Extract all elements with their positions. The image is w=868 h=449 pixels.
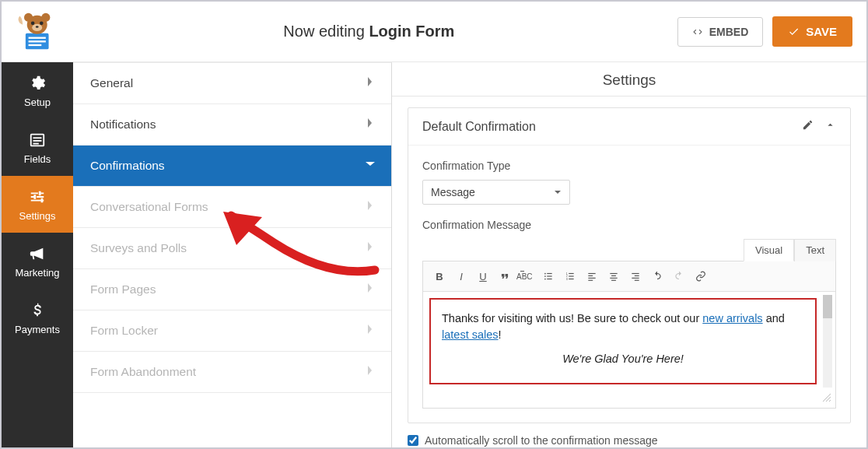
editor-content[interactable]: Thanks for visiting with us! Be sure to … (429, 298, 817, 384)
confirmation-message-label: Confirmation Message (422, 219, 836, 231)
numbered-list-button[interactable]: 123 (560, 266, 580, 286)
strikethrough-button[interactable]: ABC (516, 266, 537, 286)
ul-icon (543, 271, 554, 282)
svg-rect-32 (611, 275, 616, 276)
svg-rect-36 (635, 275, 639, 276)
title-form-name: Login Form (369, 23, 454, 40)
pencil-icon (802, 119, 814, 131)
italic-button[interactable]: I (451, 266, 471, 286)
subpanel-item-general[interactable]: General (73, 63, 391, 104)
align-right-icon (630, 271, 641, 282)
editor-toolbar: B I U ABC 123 (423, 261, 835, 292)
svg-point-8 (31, 21, 35, 25)
autoscroll-checkbox[interactable] (408, 435, 418, 446)
blockquote-button[interactable] (495, 266, 515, 286)
svg-point-9 (40, 21, 44, 25)
svg-rect-2 (29, 40, 46, 42)
editor-scrollbar[interactable] (823, 295, 832, 388)
app-header: Now editing Login Form EMBED SAVE (2, 2, 866, 62)
message-line-2: We're Glad You're Here! (442, 351, 804, 367)
svg-text:3: 3 (566, 278, 568, 281)
undo-button[interactable] (647, 266, 667, 286)
svg-point-5 (24, 12, 33, 21)
chevron-right-icon (366, 118, 374, 132)
subpanel-item-form-locker[interactable]: Form Locker (73, 310, 391, 352)
settings-subpanel: General Notifications Confirmations Conv… (73, 62, 392, 447)
svg-rect-33 (610, 278, 617, 279)
link-latest-sales[interactable]: latest sales (442, 328, 499, 341)
quote-icon (499, 271, 510, 282)
collapse-button[interactable] (824, 119, 836, 134)
sidebar-item-setup[interactable]: Setup (2, 62, 73, 119)
save-button[interactable]: SAVE (772, 16, 852, 47)
svg-rect-29 (588, 278, 595, 279)
sidebar-item-settings[interactable]: Settings (2, 176, 73, 233)
svg-rect-25 (569, 275, 573, 276)
svg-rect-38 (635, 280, 639, 281)
link-new-arrivals[interactable]: new arrivals (702, 312, 762, 324)
chevron-down-icon (366, 159, 374, 173)
svg-rect-27 (588, 273, 595, 274)
chevron-down-icon (554, 188, 562, 196)
subpanel-item-conversational-forms[interactable]: Conversational Forms (73, 187, 391, 228)
edit-button[interactable] (802, 119, 814, 134)
align-center-button[interactable] (604, 266, 624, 286)
align-center-icon (608, 271, 619, 282)
svg-rect-34 (611, 280, 616, 281)
primary-sidebar: Setup Fields Settings Marketing Payments (2, 62, 73, 447)
main-heading: Settings (392, 62, 866, 96)
subpanel-item-form-pages[interactable]: Form Pages (73, 269, 391, 310)
list-icon (29, 132, 46, 149)
chevron-right-icon (366, 282, 374, 296)
svg-rect-20 (547, 279, 551, 279)
resize-icon (823, 394, 831, 402)
resize-handle[interactable] (423, 391, 835, 408)
editor-tabs: Visual Text (422, 239, 836, 261)
tab-text[interactable]: Text (794, 239, 836, 261)
align-right-button[interactable] (625, 266, 646, 286)
svg-rect-24 (569, 273, 573, 274)
subpanel-item-confirmations[interactable]: Confirmations (73, 146, 391, 187)
bullhorn-icon (29, 245, 46, 262)
main-content: Settings Default Confirmation Confirmati… (392, 62, 866, 447)
embed-button[interactable]: EMBED (677, 17, 764, 47)
scrollbar-thumb[interactable] (823, 295, 832, 318)
chevron-right-icon (366, 76, 374, 90)
svg-rect-37 (632, 278, 639, 279)
rich-text-editor: B I U ABC 123 (422, 261, 836, 409)
underline-button[interactable]: U (473, 266, 493, 286)
sliders-icon (29, 188, 46, 205)
chevron-right-icon (366, 324, 374, 338)
autoscroll-checkbox-row[interactable]: Automatically scroll to the confirmation… (408, 434, 851, 447)
sidebar-item-payments[interactable]: Payments (2, 289, 73, 346)
confirmation-card: Default Confirmation Confirmation Type M… (408, 107, 851, 423)
link-button[interactable] (691, 266, 711, 286)
sidebar-item-fields[interactable]: Fields (2, 119, 73, 176)
svg-point-17 (544, 279, 546, 280)
svg-point-16 (544, 275, 546, 277)
subpanel-item-form-abandonment[interactable]: Form Abandonment (73, 352, 391, 393)
card-header: Default Confirmation (408, 108, 850, 146)
svg-point-10 (36, 26, 39, 27)
align-left-button[interactable] (582, 266, 602, 286)
dollar-icon (29, 302, 46, 319)
subpanel-item-notifications[interactable]: Notifications (73, 104, 391, 146)
sidebar-item-marketing[interactable]: Marketing (2, 233, 73, 289)
bold-button[interactable]: B (429, 266, 450, 286)
title-prefix: Now editing (283, 23, 369, 40)
svg-rect-26 (569, 279, 573, 279)
message-line-1: Thanks for visiting with us! Be sure to … (442, 310, 804, 343)
chevron-up-icon (824, 119, 836, 131)
align-left-icon (586, 271, 597, 282)
svg-rect-18 (547, 273, 551, 274)
svg-rect-30 (588, 280, 593, 281)
redo-icon (674, 271, 684, 282)
chevron-right-icon (366, 200, 374, 214)
code-icon (692, 26, 703, 37)
subpanel-item-surveys-polls[interactable]: Surveys and Polls (73, 228, 391, 269)
tab-visual[interactable]: Visual (744, 239, 794, 261)
svg-rect-28 (588, 275, 593, 276)
redo-button[interactable] (669, 266, 689, 286)
confirmation-type-select[interactable]: Message (422, 180, 570, 205)
bulleted-list-button[interactable] (538, 266, 558, 286)
